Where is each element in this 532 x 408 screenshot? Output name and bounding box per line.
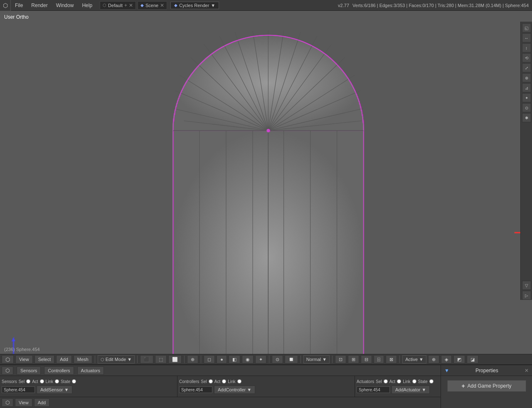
proportional-edit[interactable]: ⊙ xyxy=(272,355,283,363)
menu-render[interactable]: Render xyxy=(27,0,52,10)
side-tool-5[interactable]: ⤢ xyxy=(522,63,531,72)
cage-btn[interactable]: ⌻ xyxy=(374,355,384,363)
transform-global[interactable]: ⊕ xyxy=(187,355,198,363)
edit-mode-chevron: ▼ xyxy=(127,357,132,362)
add-game-property-button[interactable]: + Add Game Property xyxy=(447,380,526,392)
logic-view-btn[interactable]: View xyxy=(15,398,32,407)
properties-close-icon[interactable]: ✕ xyxy=(525,368,529,373)
shading-wireframe[interactable]: ◻ xyxy=(204,355,215,363)
actuators-act-label: Act xyxy=(389,379,395,384)
side-tool-7[interactable]: ⊿ xyxy=(522,83,531,92)
sensors-sel-radio[interactable] xyxy=(26,379,30,383)
svg-marker-36 xyxy=(12,337,15,341)
controllers-object-input[interactable] xyxy=(179,386,212,393)
side-tool-6[interactable]: ⊕ xyxy=(522,73,531,82)
workspace-close[interactable]: + xyxy=(124,2,127,8)
shading-solid[interactable]: ● xyxy=(217,355,227,363)
logic-controllers-btn[interactable]: Controllers xyxy=(44,366,74,375)
side-tool-2[interactable]: ↔ xyxy=(522,33,531,42)
controllers-add-btn[interactable]: AddController ▼ xyxy=(214,386,255,394)
scene-close-icon[interactable]: ✕ xyxy=(160,2,164,8)
workspace-label: Default xyxy=(108,3,123,8)
pivot-btn[interactable]: ⊡ xyxy=(335,355,346,363)
sensors-act-radio[interactable] xyxy=(40,379,44,383)
shading-rendered[interactable]: ◉ xyxy=(242,355,254,363)
actuators-sel-radio[interactable] xyxy=(384,379,388,383)
render-engine-selector[interactable]: ◆ Cycles Render ▼ xyxy=(170,2,219,9)
side-tool-9[interactable]: ⊙ xyxy=(522,103,531,112)
menu-file[interactable]: File xyxy=(11,0,27,10)
logic-editor-icon[interactable]: ⬡ xyxy=(2,366,13,375)
workspace-x[interactable]: ✕ xyxy=(129,2,133,8)
sensors-state-radio[interactable] xyxy=(72,379,76,383)
controllers-sel-radio[interactable] xyxy=(209,379,213,383)
active-extra-3[interactable]: ◩ xyxy=(453,355,465,363)
vertex-select-btn[interactable]: ⬛ xyxy=(140,355,153,363)
active-chevron: ▼ xyxy=(419,357,424,362)
toolbar-view-menu[interactable]: View xyxy=(15,355,33,363)
side-tool-1[interactable]: ◱ xyxy=(522,23,531,32)
sensors-column: Sensors Sel Act Link State AddSensor ▼ xyxy=(0,376,177,397)
side-tool-3[interactable]: ↕ xyxy=(522,43,531,52)
logic-add-btn[interactable]: Add xyxy=(34,398,50,407)
normal-dropdown[interactable]: Normal ▼ xyxy=(303,355,330,363)
controllers-link-label: Link xyxy=(228,379,235,384)
side-tool-expand[interactable]: ▽ xyxy=(522,281,531,290)
toolbar-add-menu[interactable]: Add xyxy=(56,355,72,363)
edit-mode-dropdown[interactable]: ⬡ Edit Mode ▼ xyxy=(98,355,135,363)
active-extra-1[interactable]: ⊕ xyxy=(428,355,439,363)
blender-version: v2.77 xyxy=(338,3,349,8)
object-info-text: (236) Sphere.454 xyxy=(4,347,40,352)
actuators-state-radio[interactable] xyxy=(429,379,433,383)
sensors-add-btn[interactable]: AddSensor ▼ xyxy=(37,386,72,394)
controllers-act-radio[interactable] xyxy=(222,379,226,383)
shading-texture[interactable]: ◧ xyxy=(229,355,240,363)
face-select-btn[interactable]: ⬜ xyxy=(168,355,182,363)
actuators-link-radio[interactable] xyxy=(412,379,416,383)
logic-bottom-icon[interactable]: ⬡ xyxy=(2,398,13,407)
actuators-title: Actuators xyxy=(357,379,374,384)
blender-logo[interactable]: ⬡ xyxy=(0,0,11,11)
side-tool-8[interactable]: ✦ xyxy=(522,93,531,102)
mirror-btn[interactable]: ⊠ xyxy=(386,355,397,363)
scene-selector[interactable]: ◆ Scene ✕ xyxy=(138,1,167,10)
properties-header: ▼ Properties ✕ xyxy=(441,365,532,376)
grid-btn[interactable]: ⊟ xyxy=(361,355,372,363)
menu-help[interactable]: Help xyxy=(78,0,96,10)
actuators-add-btn[interactable]: AddActuator ▼ xyxy=(392,386,430,394)
shading-extra[interactable]: ✦ xyxy=(255,355,266,363)
overlay-btn[interactable]: ⊞ xyxy=(348,355,359,363)
sensors-object-input[interactable] xyxy=(2,386,35,393)
toolbar-select-menu[interactable]: Select xyxy=(34,355,55,363)
side-tool-4[interactable]: ⟲ xyxy=(522,53,531,62)
toolbar-blender-icon[interactable]: ⬡ xyxy=(2,355,14,363)
actuators-sel-label: Sel xyxy=(376,379,382,384)
sensors-act-label: Act xyxy=(32,379,38,384)
side-tool-10[interactable]: ✱ xyxy=(522,113,531,122)
active-extra-2[interactable]: ◈ xyxy=(441,355,452,363)
sensors-sel-label: Sel xyxy=(19,379,25,384)
logic-sensors-btn[interactable]: Sensors xyxy=(17,366,41,375)
actuators-object-input[interactable] xyxy=(357,386,390,393)
actuators-act-radio[interactable] xyxy=(397,379,401,383)
snap-btn[interactable]: 🔲 xyxy=(285,355,298,363)
properties-panel: ▼ Properties ✕ + Add Game Property xyxy=(441,365,532,408)
sensors-link-label: Link xyxy=(46,379,53,384)
sensors-link-radio[interactable] xyxy=(55,379,59,383)
menu-window[interactable]: Window xyxy=(52,0,78,10)
logic-actuators-btn[interactable]: Actuators xyxy=(77,366,104,375)
edge-select-btn[interactable]: ⬚ xyxy=(155,355,167,363)
main-viewport[interactable]: User Ortho xyxy=(0,11,532,354)
normal-chevron: ▼ xyxy=(322,357,327,362)
controllers-title: Controllers xyxy=(179,379,199,384)
toolbar-mesh-menu[interactable]: Mesh xyxy=(74,355,92,363)
active-extra-4[interactable]: ◪ xyxy=(467,355,478,363)
viewport-toolbar: ⬡ View Select Add Mesh ⬡ Edit Mode ▼ ⬛ ⬚… xyxy=(0,354,532,365)
sensors-object-row: AddSensor ▼ xyxy=(2,386,175,393)
properties-title: Properties xyxy=(475,368,498,373)
workspace-selector[interactable]: ⬡ Default + ✕ xyxy=(100,1,136,10)
controllers-link-radio[interactable] xyxy=(237,379,241,383)
side-tool-settings[interactable]: ▷ xyxy=(522,291,531,300)
controllers-act-label: Act xyxy=(214,379,220,384)
active-dropdown[interactable]: Active ▼ xyxy=(402,355,426,363)
